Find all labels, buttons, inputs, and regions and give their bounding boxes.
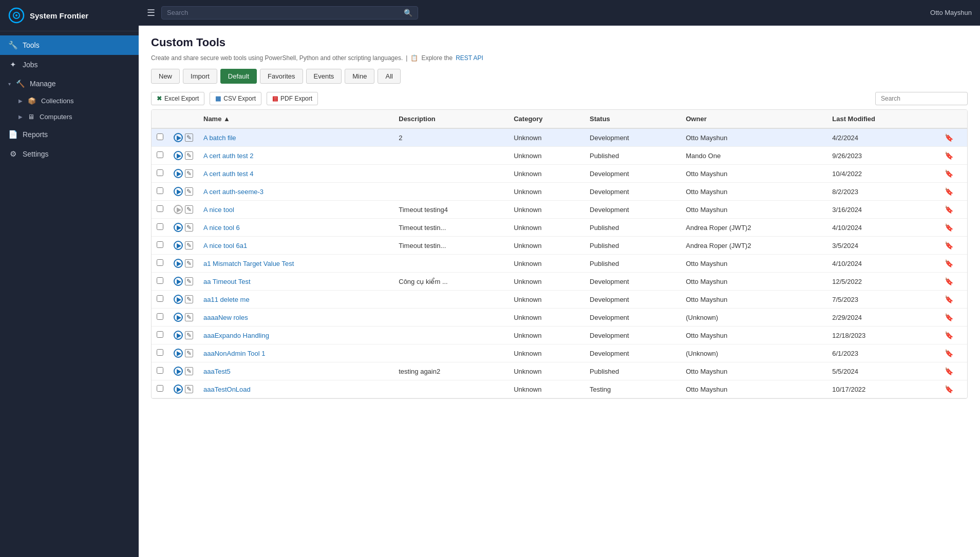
row-name[interactable]: a1 Mismatch Target Value Test [198, 255, 393, 273]
row-checkbox[interactable] [157, 133, 163, 140]
excel-export-button[interactable]: ✖ Excel Export [151, 92, 204, 105]
row-bookmark[interactable]: 🔖 [930, 183, 967, 201]
play-button[interactable] [174, 385, 183, 394]
row-bookmark[interactable]: 🔖 [930, 147, 967, 165]
play-button[interactable] [174, 331, 183, 340]
events-button[interactable]: Events [306, 69, 342, 84]
play-button[interactable] [174, 187, 183, 196]
row-name[interactable]: A batch file [198, 128, 393, 147]
row-name[interactable]: aaaTest5 [198, 362, 393, 380]
row-checkbox[interactable] [157, 259, 163, 266]
row-name[interactable]: aaaaNew roles [198, 309, 393, 326]
favorites-button[interactable]: Favorites [260, 69, 303, 84]
sidebar-item-reports[interactable]: 📄 Reports [0, 125, 139, 144]
row-bookmark[interactable]: 🔖 [930, 362, 967, 380]
edit-icon[interactable]: ✎ [185, 385, 193, 393]
mine-button[interactable]: Mine [345, 69, 374, 84]
row-checkbox[interactable] [157, 277, 163, 284]
play-button[interactable] [174, 295, 183, 304]
play-button[interactable] [174, 241, 183, 250]
all-button[interactable]: All [378, 69, 400, 84]
row-name[interactable]: aa Timeout Test [198, 273, 393, 291]
sidebar-item-jobs[interactable]: ✦ Jobs [0, 55, 139, 74]
sidebar-item-collections[interactable]: ▶ 📦 Collections [0, 93, 139, 109]
play-button[interactable] [174, 259, 183, 268]
play-button[interactable] [174, 277, 183, 286]
col-last-modified[interactable]: Last Modified [827, 110, 930, 128]
edit-icon[interactable]: ✎ [185, 151, 193, 160]
bookmark-icon[interactable]: 🔖 [945, 313, 953, 321]
bookmark-icon[interactable]: 🔖 [945, 241, 953, 249]
row-bookmark[interactable]: 🔖 [930, 273, 967, 291]
play-button[interactable] [174, 349, 183, 358]
row-checkbox[interactable] [157, 187, 163, 194]
row-bookmark[interactable]: 🔖 [930, 309, 967, 326]
bookmark-icon[interactable]: 🔖 [945, 385, 953, 393]
row-bookmark[interactable]: 🔖 [930, 219, 967, 237]
play-button[interactable] [174, 205, 183, 214]
bookmark-icon[interactable]: 🔖 [945, 133, 953, 142]
col-owner[interactable]: Owner [681, 110, 827, 128]
edit-icon[interactable]: ✎ [185, 331, 193, 339]
row-bookmark[interactable]: 🔖 [930, 255, 967, 273]
play-button[interactable] [174, 313, 183, 322]
row-name[interactable]: A nice tool 6 [198, 219, 393, 237]
rest-api-link[interactable]: REST API [456, 54, 483, 62]
bookmark-icon[interactable]: 🔖 [945, 367, 953, 375]
row-checkbox[interactable] [157, 367, 163, 374]
bookmark-icon[interactable]: 🔖 [945, 349, 953, 357]
edit-icon[interactable]: ✎ [185, 223, 193, 232]
bookmark-icon[interactable]: 🔖 [945, 169, 953, 178]
row-bookmark[interactable]: 🔖 [930, 128, 967, 147]
row-checkbox[interactable] [157, 205, 163, 212]
row-name[interactable]: A nice tool 6a1 [198, 237, 393, 255]
play-button[interactable] [174, 133, 183, 142]
row-bookmark[interactable]: 🔖 [930, 237, 967, 255]
row-checkbox[interactable] [157, 169, 163, 176]
import-button[interactable]: Import [183, 69, 217, 84]
edit-icon[interactable]: ✎ [185, 277, 193, 285]
row-name[interactable]: aaaTestOnLoad [198, 380, 393, 398]
edit-icon[interactable]: ✎ [185, 259, 193, 267]
bookmark-icon[interactable]: 🔖 [945, 259, 953, 267]
row-checkbox[interactable] [157, 241, 163, 248]
row-checkbox[interactable] [157, 385, 163, 392]
play-button[interactable] [174, 367, 183, 376]
row-checkbox[interactable] [157, 223, 163, 230]
hamburger-icon[interactable]: ☰ [147, 7, 155, 18]
row-bookmark[interactable]: 🔖 [930, 380, 967, 398]
row-bookmark[interactable]: 🔖 [930, 165, 967, 183]
row-bookmark[interactable]: 🔖 [930, 291, 967, 309]
sidebar-item-manage[interactable]: ▾ 🔨 Manage [0, 74, 139, 93]
row-name[interactable]: A cert auth test 2 [198, 147, 393, 165]
bookmark-icon[interactable]: 🔖 [945, 151, 953, 160]
bookmark-icon[interactable]: 🔖 [945, 277, 953, 285]
row-bookmark[interactable]: 🔖 [930, 201, 967, 219]
row-bookmark[interactable]: 🔖 [930, 344, 967, 362]
play-button[interactable] [174, 169, 183, 178]
row-name[interactable]: aaaNonAdmin Tool 1 [198, 344, 393, 362]
edit-icon[interactable]: ✎ [185, 205, 193, 214]
edit-icon[interactable]: ✎ [185, 295, 193, 303]
default-button[interactable]: Default [220, 69, 257, 84]
row-name[interactable]: A nice tool [198, 201, 393, 219]
col-name[interactable]: Name ▲ [198, 110, 393, 128]
new-button[interactable]: New [151, 69, 180, 84]
col-category[interactable]: Category [508, 110, 585, 128]
row-checkbox[interactable] [157, 151, 163, 158]
edit-icon[interactable]: ✎ [185, 241, 193, 249]
col-status[interactable]: Status [585, 110, 681, 128]
play-button[interactable] [174, 151, 183, 160]
bookmark-icon[interactable]: 🔖 [945, 295, 953, 303]
edit-icon[interactable]: ✎ [185, 349, 193, 357]
bookmark-icon[interactable]: 🔖 [945, 223, 953, 232]
global-search-input[interactable] [167, 9, 401, 16]
sidebar-item-tools[interactable]: 🔧 Tools [0, 35, 139, 55]
row-bookmark[interactable]: 🔖 [930, 326, 967, 344]
pdf-export-button[interactable]: ▤ PDF Export [267, 92, 318, 105]
bookmark-icon[interactable]: 🔖 [945, 205, 953, 214]
row-checkbox[interactable] [157, 331, 163, 338]
edit-icon[interactable]: ✎ [185, 313, 193, 321]
sidebar-item-settings[interactable]: ⚙ Settings [0, 144, 139, 164]
row-checkbox[interactable] [157, 295, 163, 302]
